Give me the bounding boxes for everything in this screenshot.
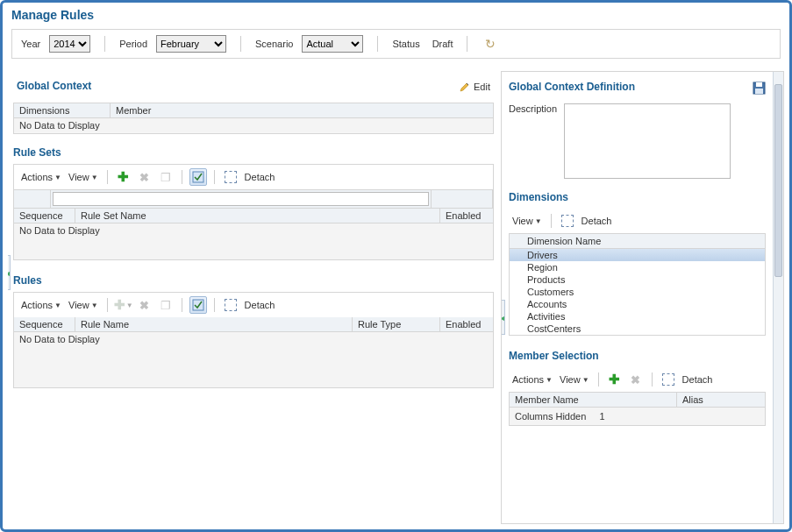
x-icon: ✖ (139, 299, 149, 312)
separator (107, 298, 108, 312)
detach-label[interactable]: Detach (245, 172, 275, 182)
view-menu[interactable]: View ▼ (67, 300, 100, 310)
dimension-row[interactable]: Customers (510, 286, 765, 298)
separator (107, 170, 108, 184)
chevron-down-icon: ▼ (546, 376, 553, 384)
scenario-select[interactable]: Actual (302, 35, 363, 53)
add-menu-button[interactable]: ✚ ▼ (115, 296, 132, 314)
dimensions-toolbar: View ▼ Detach (509, 209, 766, 233)
view-menu[interactable]: View ▼ (558, 374, 591, 385)
detach-button[interactable] (222, 296, 239, 314)
member-selection-table: Member Name Alias Columns Hidden 1 (509, 392, 766, 426)
svg-rect-0 (193, 172, 203, 182)
delete-button[interactable]: ✖ (136, 168, 153, 186)
description-label: Description (509, 103, 557, 179)
plus-icon: ✚ (609, 372, 620, 387)
col-member-name: Member Name (510, 393, 677, 407)
save-button[interactable] (753, 82, 766, 95)
col-alias: Alias (677, 393, 765, 407)
dimensions-list: Dimension Name DriversRegionProductsCust… (509, 233, 766, 336)
delete-button[interactable]: ✖ (627, 371, 645, 388)
description-block: Description (509, 103, 766, 179)
view-menu[interactable]: View ▼ (67, 172, 100, 182)
detach-icon (225, 299, 237, 311)
splitter-handle-left[interactable]: ◂ (8, 255, 11, 290)
svg-rect-4 (755, 89, 763, 94)
copy-icon: ❐ (161, 171, 171, 184)
toggle-button[interactable] (189, 168, 207, 186)
dimension-row[interactable]: Products (510, 273, 765, 286)
separator (467, 36, 467, 52)
chevron-down-icon: ▼ (535, 217, 542, 225)
year-select[interactable]: 2014 (49, 35, 90, 53)
separator (214, 298, 215, 312)
detach-button[interactable] (559, 212, 576, 230)
member-selection-header: Member Name Alias (510, 393, 765, 408)
separator (182, 170, 182, 184)
col-enabled: Enabled (440, 209, 493, 223)
actions-menu[interactable]: Actions ▼ (19, 172, 63, 182)
delete-button[interactable]: ✖ (136, 296, 153, 314)
gc-table-header: Dimensions Member (14, 103, 493, 118)
actions-menu[interactable]: Actions ▼ (19, 300, 63, 310)
left-pane: ◂ Global Context Edit Dimensions Member … (8, 71, 499, 529)
scrollbar-thumb[interactable] (774, 84, 782, 277)
dimension-row[interactable]: Drivers (510, 249, 765, 261)
global-context-header: Global Context Edit (13, 74, 494, 103)
add-button[interactable]: ✚ (115, 168, 132, 186)
plus-icon: ✚ (118, 169, 129, 185)
dimension-name: Accounts (527, 299, 567, 309)
chevron-down-icon: ▼ (126, 301, 133, 309)
scrollbar[interactable] (773, 72, 783, 523)
chevron-down-icon: ▼ (54, 301, 61, 309)
detach-icon (662, 373, 674, 386)
copy-button[interactable]: ❐ (157, 168, 175, 186)
col-sequence: Sequence (14, 317, 75, 331)
detach-label[interactable]: Detach (582, 216, 612, 226)
dimension-row[interactable]: Accounts (510, 298, 765, 310)
dimension-name: Drivers (527, 250, 558, 260)
actions-menu[interactable]: Actions ▼ (510, 374, 554, 385)
rules-panel: Actions ▼ View ▼ ✚ ▼ ✖ ❐ (13, 292, 494, 388)
dimension-row[interactable]: CostCenters (510, 323, 765, 335)
rulesets-filter-input[interactable] (53, 192, 429, 206)
detach-button[interactable] (660, 371, 677, 388)
right-pane: ◂ Global Context Definition Description … (501, 71, 784, 524)
separator (551, 214, 552, 228)
add-button[interactable]: ✚ (606, 371, 624, 388)
global-context-title: Global Context (17, 80, 91, 92)
refresh-icon[interactable]: ↻ (485, 37, 496, 51)
dimension-row[interactable]: Activities (510, 310, 765, 323)
period-select[interactable]: February (156, 35, 226, 53)
member-selection-toolbar: Actions ▼ View ▼ ✚ ✖ Detach (509, 367, 766, 392)
content-area: ◂ Global Context Edit Dimensions Member … (3, 71, 789, 529)
toggle-button[interactable] (189, 296, 207, 314)
global-context-panel: Dimensions Member No Data to Display (13, 103, 494, 134)
filter-bar: Year 2014 Period February Scenario Actua… (11, 29, 781, 59)
view-menu[interactable]: View ▼ (510, 216, 544, 226)
scenario-label: Scenario (255, 39, 293, 49)
chevron-down-icon: ▼ (54, 174, 61, 181)
dimension-row[interactable]: Region (510, 261, 765, 273)
grid-icon (192, 171, 204, 183)
detach-label[interactable]: Detach (245, 300, 275, 310)
gc-nodata: No Data to Display (14, 118, 493, 132)
detach-button[interactable] (222, 168, 239, 186)
dimension-name: Region (527, 262, 558, 273)
copy-icon: ❐ (161, 299, 171, 312)
separator (240, 36, 241, 52)
dimensions-list-header: Dimension Name (510, 234, 765, 249)
rulesets-filter-row (14, 189, 493, 209)
page-title: Manage Rules (3, 3, 789, 25)
dimensions-title: Dimensions (509, 191, 766, 203)
col-rulesetname: Rule Set Name (75, 209, 440, 223)
grid-icon (192, 299, 204, 311)
edit-button[interactable]: Edit (460, 82, 490, 92)
description-textarea[interactable] (564, 103, 731, 179)
copy-button[interactable]: ❐ (157, 296, 175, 314)
x-icon: ✖ (139, 171, 149, 184)
chevron-down-icon: ▼ (582, 376, 589, 384)
status-label: Status (392, 39, 419, 49)
separator (598, 372, 599, 387)
detach-label[interactable]: Detach (682, 374, 713, 385)
